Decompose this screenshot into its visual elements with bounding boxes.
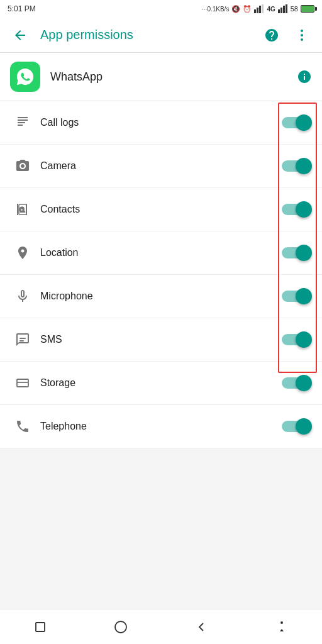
- svg-rect-14: [19, 340, 24, 341]
- permission-item-camera: Camera: [0, 145, 322, 188]
- toggle-thumb: [296, 158, 312, 174]
- svg-rect-7: [286, 4, 287, 13]
- svg-rect-5: [280, 8, 282, 13]
- status-icons: ···0.1KB/s 🔇 ⏰ 4G 58: [202, 4, 314, 13]
- storage-icon: [10, 370, 35, 396]
- microphone-label: Microphone: [40, 291, 282, 302]
- more-options-button[interactable]: [292, 25, 312, 45]
- call-logs-toggle[interactable]: [282, 114, 312, 131]
- svg-rect-4: [278, 9, 280, 13]
- svg-point-10: [301, 38, 303, 41]
- location-toggle[interactable]: [282, 244, 312, 262]
- svg-rect-3: [262, 4, 264, 13]
- svg-rect-1: [257, 8, 258, 13]
- alarm-icon: ⏰: [243, 5, 252, 13]
- battery-percent: 58: [291, 5, 298, 13]
- camera-label: Camera: [40, 160, 282, 172]
- svg-rect-0: [254, 9, 256, 13]
- permission-item-call-logs: Call logs: [0, 101, 322, 145]
- sms-icon: [10, 327, 35, 352]
- time-display: 5:01 PM: [8, 4, 36, 13]
- telephone-toggle[interactable]: [282, 418, 312, 435]
- svg-rect-15: [17, 379, 28, 387]
- toggle-thumb: [296, 375, 312, 391]
- svg-point-8: [301, 30, 303, 32]
- microphone-icon: [10, 284, 35, 309]
- permission-item-telephone: Telephone: [0, 405, 322, 448]
- mute-icon: 🔇: [231, 5, 240, 13]
- app-name-label: WhatsApp: [50, 70, 287, 84]
- permission-item-location: Location: [0, 231, 322, 275]
- call-logs-label: Call logs: [40, 117, 282, 128]
- app-bar: App permissions: [0, 18, 322, 53]
- toggle-thumb: [296, 245, 312, 261]
- svg-point-18: [115, 621, 126, 633]
- toggle-thumb: [296, 114, 312, 131]
- status-bar: 5:01 PM ···0.1KB/s 🔇 ⏰ 4G 58: [0, 0, 322, 18]
- contacts-icon: [10, 197, 35, 222]
- permission-list-container: Call logs Camera: [0, 101, 322, 448]
- bottom-nav: [0, 609, 322, 644]
- contacts-label: Contacts: [40, 204, 282, 215]
- svg-rect-6: [283, 6, 285, 13]
- microphone-toggle[interactable]: [282, 287, 312, 305]
- svg-point-9: [301, 34, 303, 36]
- page-title: App permissions: [40, 28, 252, 42]
- sms-label: SMS: [40, 334, 282, 345]
- status-time: 5:01 PM: [8, 4, 36, 13]
- camera-icon: [10, 153, 35, 179]
- contacts-toggle[interactable]: [282, 201, 312, 218]
- back-nav-button[interactable]: [186, 612, 216, 642]
- telephone-label: Telephone: [40, 421, 282, 432]
- lte-badge: 4G: [267, 6, 275, 13]
- svg-point-19: [280, 621, 283, 624]
- toggle-thumb: [296, 288, 312, 304]
- permission-item-contacts: Contacts: [0, 188, 322, 231]
- toggle-thumb: [296, 331, 312, 348]
- camera-toggle[interactable]: [282, 157, 312, 175]
- home-button[interactable]: [106, 612, 136, 642]
- app-info-button[interactable]: [297, 69, 312, 84]
- help-button[interactable]: [262, 25, 282, 45]
- location-icon: [10, 240, 35, 265]
- accessibility-button[interactable]: [267, 612, 297, 642]
- svg-rect-13: [19, 338, 26, 339]
- toggle-thumb: [296, 201, 312, 218]
- back-button[interactable]: [10, 25, 30, 45]
- permission-list: Call logs Camera: [0, 101, 322, 448]
- app-icon: [10, 62, 40, 92]
- network-status: ···0.1KB/s: [202, 6, 229, 13]
- svg-rect-17: [36, 623, 45, 631]
- storage-label: Storage: [40, 377, 282, 389]
- battery-icon: [301, 5, 314, 13]
- telephone-icon: [10, 414, 35, 439]
- permission-item-storage: Storage: [0, 362, 322, 405]
- call-logs-icon: [10, 110, 35, 135]
- toggle-thumb: [296, 418, 312, 435]
- app-header: WhatsApp: [0, 53, 322, 101]
- svg-point-12: [21, 207, 25, 210]
- permission-item-microphone: Microphone: [0, 275, 322, 318]
- recent-apps-button[interactable]: [25, 612, 55, 642]
- signal-bars: [278, 4, 288, 13]
- permission-item-sms: SMS: [0, 318, 322, 362]
- storage-toggle[interactable]: [282, 374, 312, 392]
- signal-icon: [254, 4, 264, 13]
- sms-toggle[interactable]: [282, 331, 312, 348]
- svg-rect-2: [259, 6, 261, 13]
- location-label: Location: [40, 247, 282, 258]
